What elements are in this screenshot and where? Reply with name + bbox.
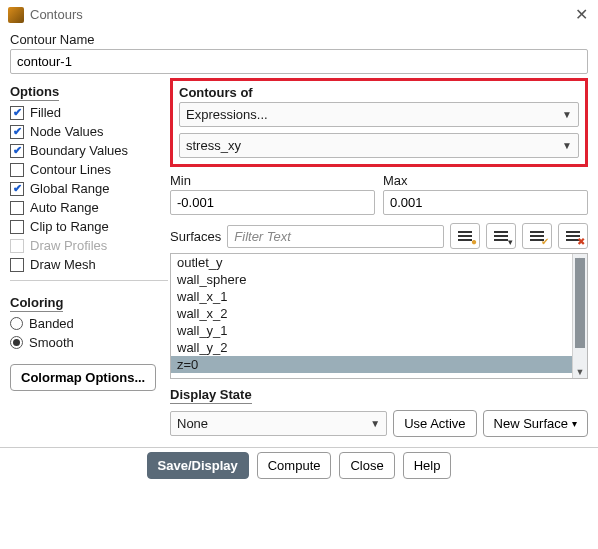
max-input[interactable] <box>383 190 588 215</box>
list-item[interactable]: wall_y_1 <box>171 322 587 339</box>
scroll-thumb[interactable] <box>575 258 585 348</box>
coloring-smooth[interactable]: Smooth <box>10 333 168 352</box>
select-all-button[interactable]: ✔ <box>522 223 552 249</box>
surfaces-label: Surfaces <box>170 229 221 244</box>
contours-of-highlight: Contours of Expressions... ▼ stress_xy ▼ <box>170 78 588 167</box>
list-item[interactable]: wall_x_2 <box>171 305 587 322</box>
checkbox[interactable] <box>10 106 24 120</box>
help-button[interactable]: Help <box>403 452 452 479</box>
save-display-button[interactable]: Save/Display <box>147 452 249 479</box>
option-clip-to-range[interactable]: Clip to Range <box>10 217 168 236</box>
display-state-heading: Display State <box>170 387 252 404</box>
options-heading: Options <box>10 84 59 101</box>
chevron-down-icon: ▼ <box>562 109 572 120</box>
coloring-banded[interactable]: Banded <box>10 314 168 333</box>
surfaces-filter-input[interactable] <box>227 225 444 248</box>
contours-of-label: Contours of <box>179 85 579 100</box>
max-label: Max <box>383 173 588 188</box>
checkbox[interactable] <box>10 144 24 158</box>
scrollbar[interactable]: ▲ ▼ <box>572 254 587 378</box>
contour-name-label: Contour Name <box>10 32 588 47</box>
list-item[interactable]: z=0 <box>171 356 587 373</box>
scroll-down-icon[interactable]: ▼ <box>573 366 587 378</box>
deselect-all-button[interactable]: ✖ <box>558 223 588 249</box>
list-item[interactable]: wall_x_1 <box>171 288 587 305</box>
filter-toggle-button[interactable]: ● <box>450 223 480 249</box>
min-label: Min <box>170 173 375 188</box>
title-bar: Contours ✕ <box>0 0 598 28</box>
checkbox[interactable] <box>10 220 24 234</box>
checkbox[interactable] <box>10 182 24 196</box>
option-global-range[interactable]: Global Range <box>10 179 168 198</box>
checkbox[interactable] <box>10 125 24 139</box>
list-toggle-button[interactable]: ▾ <box>486 223 516 249</box>
radio[interactable] <box>10 336 23 349</box>
contours-of-secondary-dropdown[interactable]: stress_xy ▼ <box>179 133 579 158</box>
window-title: Contours <box>30 7 575 22</box>
close-icon[interactable]: ✕ <box>575 5 588 24</box>
checkbox[interactable] <box>10 201 24 215</box>
chevron-down-icon: ▼ <box>370 418 380 429</box>
option-draw-mesh[interactable]: Draw Mesh <box>10 255 168 274</box>
option-auto-range[interactable]: Auto Range <box>10 198 168 217</box>
surfaces-list[interactable]: outlet_ywall_spherewall_x_1wall_x_2wall_… <box>170 253 588 379</box>
new-surface-button[interactable]: New Surface ▾ <box>483 410 588 437</box>
option-boundary-values[interactable]: Boundary Values <box>10 141 168 160</box>
option-contour-lines[interactable]: Contour Lines <box>10 160 168 179</box>
list-item[interactable]: outlet_y <box>171 254 587 271</box>
option-draw-profiles: Draw Profiles <box>10 236 168 255</box>
min-input[interactable] <box>170 190 375 215</box>
close-button[interactable]: Close <box>339 452 394 479</box>
display-state-dropdown[interactable]: None ▼ <box>170 411 387 436</box>
radio[interactable] <box>10 317 23 330</box>
checkbox[interactable] <box>10 163 24 177</box>
list-item[interactable]: wall_sphere <box>171 271 587 288</box>
option-node-values[interactable]: Node Values <box>10 122 168 141</box>
option-filled[interactable]: Filled <box>10 103 168 122</box>
contour-name-input[interactable] <box>10 49 588 74</box>
list-item[interactable]: wall_y_2 <box>171 339 587 356</box>
compute-button[interactable]: Compute <box>257 452 332 479</box>
colormap-options-button[interactable]: Colormap Options... <box>10 364 156 391</box>
use-active-button[interactable]: Use Active <box>393 410 476 437</box>
checkbox <box>10 239 24 253</box>
coloring-heading: Coloring <box>10 295 63 312</box>
chevron-down-icon: ▼ <box>562 140 572 151</box>
contours-of-primary-dropdown[interactable]: Expressions... ▼ <box>179 102 579 127</box>
chevron-down-icon: ▾ <box>572 418 577 429</box>
app-icon <box>8 7 24 23</box>
checkbox[interactable] <box>10 258 24 272</box>
